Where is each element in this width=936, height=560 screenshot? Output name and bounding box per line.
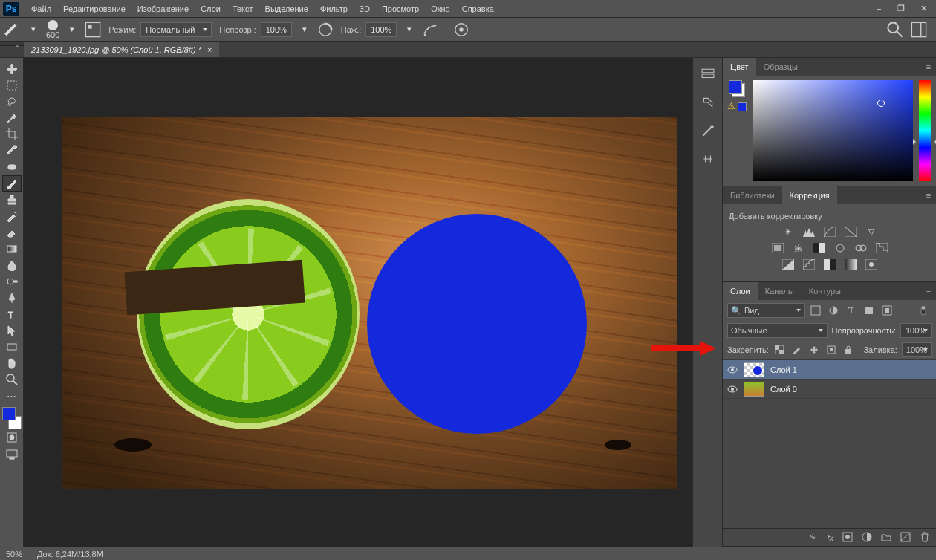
tab-channels[interactable]: Каналы xyxy=(758,282,802,300)
airbrush-icon[interactable] xyxy=(422,22,438,38)
flow-field[interactable]: 100% xyxy=(365,22,397,37)
lock-paint-icon[interactable] xyxy=(790,343,803,356)
layer-row[interactable]: Слой 1 xyxy=(723,360,936,380)
hue-slider[interactable] xyxy=(919,80,931,181)
brush-tool[interactable] xyxy=(2,175,22,192)
vibrance-icon[interactable]: ▽ xyxy=(864,225,879,238)
menu-layer[interactable]: Слои xyxy=(195,0,227,18)
photo-filter-icon[interactable] xyxy=(833,241,848,255)
tool-preset-icon[interactable] xyxy=(4,22,21,38)
close-icon[interactable]: × xyxy=(207,45,212,54)
posterize-icon[interactable] xyxy=(802,258,816,271)
color-lookup-icon[interactable] xyxy=(874,241,889,255)
brush-panel-icon[interactable] xyxy=(85,22,101,38)
link-layers-icon[interactable] xyxy=(807,532,818,544)
menu-type[interactable]: Текст xyxy=(227,0,259,18)
doc-info[interactable]: Док: 6,24M/13,8M xyxy=(37,550,103,559)
blend-mode-dropdown[interactable]: Обычные xyxy=(727,323,828,338)
chevron-down-icon[interactable]: ▾ xyxy=(401,22,417,38)
move-tool[interactable] xyxy=(2,61,22,77)
marquee-tool[interactable] xyxy=(2,77,22,94)
more-tools-icon[interactable]: ⋯ xyxy=(2,388,22,404)
chevron-down-icon[interactable]: ▾ xyxy=(296,22,313,38)
adjustments-panel-icon[interactable] xyxy=(699,152,717,166)
brightness-icon[interactable]: ☀ xyxy=(781,225,796,238)
pressure-opacity-icon[interactable] xyxy=(317,22,334,38)
filter-toggle-switch[interactable] xyxy=(918,304,932,317)
layer-fx-icon[interactable]: fx xyxy=(827,533,833,542)
layer-name[interactable]: Слой 1 xyxy=(770,365,797,374)
rectangle-tool[interactable] xyxy=(2,339,22,355)
crop-tool[interactable] xyxy=(2,126,22,143)
history-panel-icon[interactable] xyxy=(699,67,717,82)
properties-panel-icon[interactable] xyxy=(699,95,717,110)
tab-paths[interactable]: Контуры xyxy=(802,282,848,300)
chevron-down-icon[interactable]: ▾ xyxy=(25,22,42,38)
layer-filter-dropdown[interactable]: 🔍 Вид xyxy=(727,303,805,318)
fill-field[interactable]: 100% xyxy=(902,342,932,357)
new-layer-icon[interactable] xyxy=(900,532,911,544)
tab-corrections[interactable]: Коррекция xyxy=(782,186,837,204)
menu-select[interactable]: Выделение xyxy=(259,0,314,18)
layer-mask-icon[interactable] xyxy=(842,532,853,544)
healing-tool[interactable] xyxy=(2,159,22,175)
lock-all-icon[interactable] xyxy=(842,343,854,356)
gradient-map-icon[interactable] xyxy=(843,258,858,271)
tab-layers[interactable]: Слои xyxy=(723,282,758,300)
gamut-color-swatch[interactable] xyxy=(738,102,747,111)
gradient-tool[interactable] xyxy=(2,241,22,257)
pen-tool[interactable] xyxy=(2,290,22,306)
filter-pixel-icon[interactable] xyxy=(809,304,822,317)
history-brush-tool[interactable] xyxy=(2,208,22,224)
pressure-size-icon[interactable] xyxy=(453,22,469,38)
tab-color[interactable]: Цвет xyxy=(723,58,756,76)
panel-menu-icon[interactable]: ≡ xyxy=(921,282,936,300)
menu-view[interactable]: Просмотр xyxy=(376,0,425,18)
stamp-tool[interactable] xyxy=(2,192,22,208)
chevron-down-icon[interactable]: ▾ xyxy=(64,22,80,38)
lock-position-icon[interactable] xyxy=(807,343,820,356)
document-tab[interactable]: 2133091_1920.jpg @ 50% (Слой 1, RGB/8#) … xyxy=(24,42,219,57)
color-picker-ring[interactable] xyxy=(877,100,885,107)
zoom-value[interactable]: 50% xyxy=(6,550,22,559)
layer-thumbnail[interactable] xyxy=(744,362,764,377)
workspace-icon[interactable] xyxy=(911,22,927,38)
foreground-color[interactable] xyxy=(2,407,16,420)
zoom-tool[interactable] xyxy=(2,371,22,388)
curves-icon[interactable] xyxy=(822,225,837,238)
eraser-tool[interactable] xyxy=(2,224,22,241)
menu-edit[interactable]: Редактирование xyxy=(57,0,131,18)
window-maximize[interactable]: ❐ xyxy=(896,4,906,13)
layer-row[interactable]: Слой 0 xyxy=(723,380,936,399)
delete-layer-icon[interactable] xyxy=(920,532,930,544)
gamut-warning-icon[interactable]: ⚠ xyxy=(727,101,735,111)
new-adjustment-icon[interactable] xyxy=(862,532,872,544)
panel-menu-icon[interactable]: ≡ xyxy=(921,58,936,76)
window-close[interactable]: ✕ xyxy=(918,4,929,13)
visibility-toggle-icon[interactable] xyxy=(727,384,738,394)
layer-opacity-field[interactable]: 100% xyxy=(900,323,932,338)
filter-adjust-icon[interactable] xyxy=(827,304,840,317)
quickmask-tool[interactable] xyxy=(2,429,22,446)
document-canvas[interactable] xyxy=(62,117,677,489)
lasso-tool[interactable] xyxy=(2,94,22,110)
hue-sat-icon[interactable] xyxy=(770,241,785,255)
eyedropper-tool[interactable] xyxy=(2,143,22,159)
tab-libraries[interactable]: Библиотеки xyxy=(723,186,782,204)
levels-icon[interactable] xyxy=(802,225,816,238)
lock-transparency-icon[interactable] xyxy=(773,343,786,356)
panel-menu-icon[interactable]: ≡ xyxy=(921,186,936,204)
menu-filter[interactable]: Фильтр xyxy=(314,0,354,18)
filter-smart-icon[interactable] xyxy=(880,304,894,317)
color-mini-swatches[interactable] xyxy=(729,80,745,97)
wand-tool[interactable] xyxy=(2,110,22,126)
visibility-toggle-icon[interactable] xyxy=(727,365,738,375)
selective-color-icon[interactable] xyxy=(864,258,879,271)
menu-window[interactable]: Окно xyxy=(425,0,456,18)
color-swatches[interactable] xyxy=(2,407,22,429)
new-group-icon[interactable] xyxy=(881,532,891,544)
threshold-icon[interactable] xyxy=(822,258,837,271)
path-select-tool[interactable] xyxy=(2,322,22,339)
hand-tool[interactable] xyxy=(2,355,22,371)
foreground-swatch[interactable] xyxy=(729,80,742,94)
